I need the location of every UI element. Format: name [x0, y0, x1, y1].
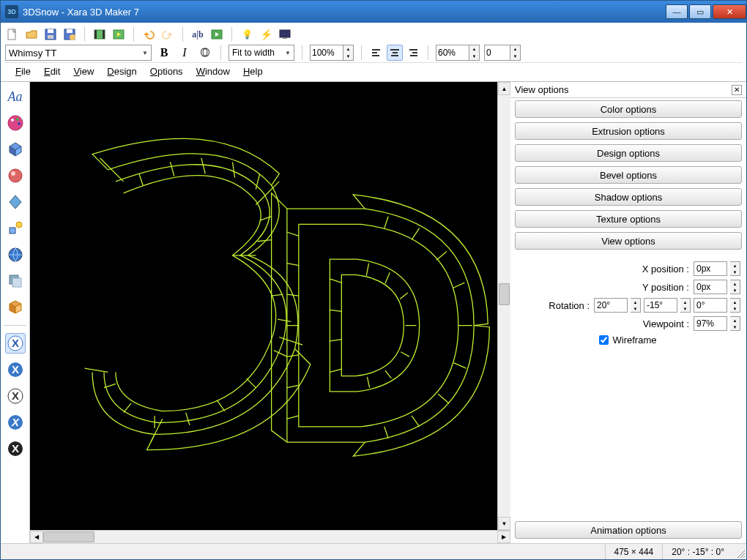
x-brand-3[interactable]: X [5, 386, 26, 406]
shadow-tool[interactable] [5, 271, 26, 291]
panel-close-icon[interactable]: ✕ [732, 85, 742, 95]
chevron-down-icon: ▼ [285, 50, 291, 56]
stretch-down[interactable]: ▼ [469, 53, 479, 60]
svg-rect-13 [280, 30, 290, 37]
font-name-value: Whimsy TT [9, 48, 56, 59]
offset-input[interactable] [484, 45, 510, 61]
hscroll-thumb[interactable] [43, 531, 94, 542]
rotation-y-input[interactable] [644, 298, 677, 313]
wireframe-checkbox[interactable] [599, 335, 609, 345]
horizontal-scrollbar[interactable]: ◀ ▶ [30, 530, 510, 543]
x-brand-4[interactable]: X [5, 412, 26, 433]
maximize-button[interactable]: ▭ [689, 4, 711, 19]
font-select[interactable]: Whimsy TT ▼ [5, 45, 152, 61]
toolbar-row-2: Whimsy TT ▼ B I O Fit to width ▼ ▲▼ [5, 43, 742, 62]
outline-button[interactable]: O [197, 45, 213, 61]
scroll-left-icon[interactable]: ◀ [30, 531, 43, 543]
status-dimensions: 475 × 444 [605, 544, 663, 559]
menu-design[interactable]: Design [107, 66, 136, 77]
undo-icon[interactable] [141, 27, 156, 42]
menu-window[interactable]: Window [196, 66, 230, 77]
x-position-spinner[interactable]: ▲▼ [730, 261, 740, 276]
design-options-button[interactable]: Design options [515, 144, 742, 162]
animation-icon[interactable] [92, 27, 107, 42]
screen-icon[interactable] [278, 27, 292, 42]
flash-icon[interactable]: ⚡ [259, 27, 273, 42]
menu-edit[interactable]: Edit [44, 66, 60, 77]
text-tool-icon[interactable]: a|b [190, 27, 205, 42]
offset-spinner[interactable]: ▲▼ [484, 45, 521, 61]
menu-view[interactable]: View [73, 66, 94, 77]
x-position-input[interactable] [694, 261, 727, 276]
extrusion-options-button[interactable]: Extrusion options [515, 122, 742, 140]
animation-frames-icon[interactable] [209, 27, 224, 42]
x-brand-5[interactable]: X [5, 438, 26, 459]
y-position-input[interactable] [694, 280, 727, 294]
vertical-scrollbar[interactable]: ▲ ▼ [497, 82, 510, 530]
align-right-button[interactable] [404, 45, 420, 61]
fit-select[interactable]: Fit to width ▼ [228, 45, 294, 61]
zoom-spinner[interactable]: ▲▼ [310, 45, 354, 61]
shadow-options-button[interactable]: Shadow options [515, 188, 742, 206]
svg-point-22 [16, 222, 22, 228]
zoom-up[interactable]: ▲ [343, 45, 353, 53]
rotation-z-spinner[interactable]: ▲▼ [730, 298, 740, 313]
texture-options-button[interactable]: Texture options [515, 210, 742, 228]
stretch-up[interactable]: ▲ [469, 45, 479, 53]
view-tool[interactable] [5, 297, 26, 318]
text-style-tool[interactable]: Aa [5, 86, 26, 107]
x-brand-2[interactable]: X [5, 359, 26, 380]
y-position-spinner[interactable]: ▲▼ [730, 280, 740, 294]
minimize-button[interactable]: — [666, 4, 688, 19]
zoom-down[interactable]: ▼ [343, 53, 353, 60]
app-window: 3D 3DSnow - Xara 3D Maker 7 — ▭ ✕ a|b 💡 … [0, 0, 747, 560]
rotation-y-spinner[interactable]: ▲▼ [680, 298, 691, 313]
vscroll-thumb[interactable] [499, 283, 510, 305]
open-icon[interactable] [24, 27, 39, 42]
stretch-spinner[interactable]: ▲▼ [436, 45, 480, 61]
export-animation-icon[interactable] [111, 27, 126, 42]
texture-tool[interactable] [5, 244, 26, 265]
viewpoint-input[interactable] [694, 316, 727, 331]
color-options-button[interactable]: Color options [515, 100, 742, 118]
stretch-input[interactable] [436, 45, 469, 61]
canvas-viewport[interactable] [30, 82, 497, 530]
extrude-tool[interactable] [5, 139, 26, 160]
scroll-down-icon[interactable]: ▼ [498, 517, 510, 530]
scroll-right-icon[interactable]: ▶ [497, 531, 510, 543]
view-options-button[interactable]: View options [515, 232, 742, 250]
bevel-options-button[interactable]: Bevel options [515, 166, 742, 184]
status-rotation: 20° : -15° : 0° [662, 544, 733, 559]
menu-help[interactable]: Help [243, 66, 263, 77]
menu-options[interactable]: Options [150, 66, 183, 77]
rotation-x-input[interactable] [594, 298, 628, 313]
material-tool[interactable] [5, 165, 26, 186]
x-brand-1[interactable]: X [5, 333, 26, 354]
svg-point-18 [18, 122, 21, 125]
bulb-icon[interactable]: 💡 [239, 27, 254, 42]
new-icon[interactable] [5, 27, 20, 42]
close-button[interactable]: ✕ [713, 4, 746, 19]
save-as-icon[interactable] [62, 27, 77, 42]
align-left-button[interactable] [369, 45, 385, 61]
offset-up[interactable]: ▲ [510, 45, 520, 53]
bold-button[interactable]: B [156, 45, 172, 61]
offset-down[interactable]: ▼ [510, 53, 520, 60]
resize-grip-icon[interactable] [733, 544, 746, 559]
window-title: 3DSnow - Xara 3D Maker 7 [23, 7, 664, 18]
bevel-tool[interactable] [5, 192, 26, 212]
viewpoint-spinner[interactable]: ▲▼ [730, 316, 740, 331]
align-center-button[interactable] [387, 45, 403, 61]
italic-button[interactable]: I [176, 45, 193, 61]
animation-options-button[interactable]: Animation options [515, 521, 742, 539]
svg-point-16 [11, 119, 14, 122]
scroll-up-icon[interactable]: ▲ [498, 82, 510, 95]
redo-icon[interactable] [160, 27, 175, 42]
zoom-input[interactable] [310, 45, 343, 61]
rotation-x-spinner[interactable]: ▲▼ [631, 298, 641, 313]
light-tool[interactable] [5, 218, 26, 239]
save-icon[interactable] [43, 27, 58, 42]
rotation-z-input[interactable] [694, 298, 727, 313]
menu-file[interactable]: File [15, 66, 31, 77]
palette-tool[interactable] [5, 113, 26, 133]
